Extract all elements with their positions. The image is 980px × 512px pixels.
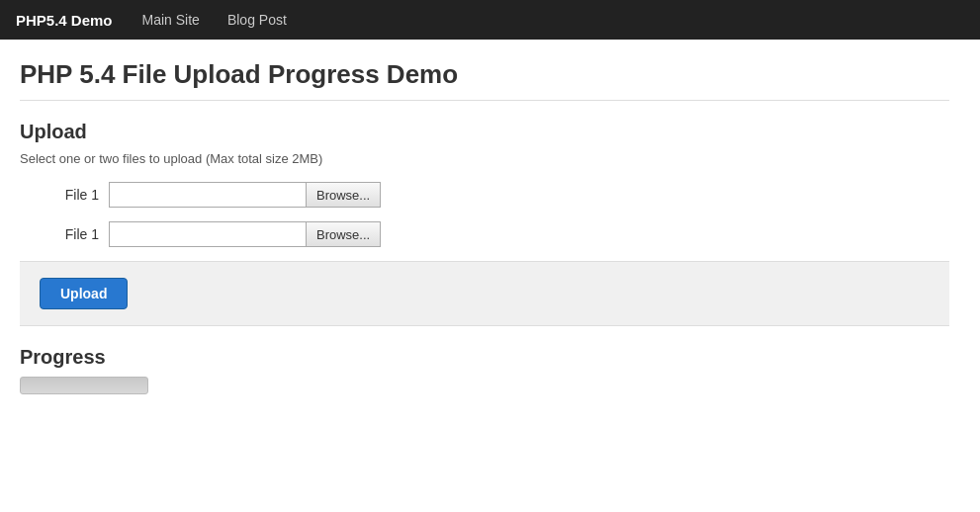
- progress-heading: Progress: [20, 346, 949, 369]
- file2-row: File 1 Browse...: [20, 221, 949, 247]
- file1-input-wrapper: Browse...: [109, 182, 381, 208]
- progress-section: Progress: [20, 346, 949, 394]
- progress-bar-container: [20, 377, 148, 394]
- file2-label: File 1: [40, 226, 99, 242]
- main-content: PHP 5.4 File Upload Progress Demo Upload…: [0, 40, 969, 414]
- browse2-button[interactable]: Browse...: [307, 221, 381, 247]
- nav-brand: PHP5.4 Demo: [0, 0, 129, 40]
- page-title: PHP 5.4 File Upload Progress Demo: [20, 59, 949, 101]
- nav-link-main-site[interactable]: Main Site: [129, 0, 214, 40]
- file1-label: File 1: [40, 187, 99, 203]
- upload-button[interactable]: Upload: [40, 278, 128, 309]
- file2-text-input[interactable]: [109, 221, 307, 247]
- upload-description: Select one or two files to upload (Max t…: [20, 151, 949, 166]
- file1-text-input[interactable]: [109, 182, 307, 208]
- file1-row: File 1 Browse...: [20, 182, 949, 208]
- upload-section: Upload Select one or two files to upload…: [20, 121, 949, 326]
- action-bar: Upload: [20, 261, 949, 326]
- file2-input-wrapper: Browse...: [109, 221, 381, 247]
- browse1-button[interactable]: Browse...: [307, 182, 381, 208]
- nav-link-blog-post[interactable]: Blog Post: [214, 0, 301, 40]
- upload-heading: Upload: [20, 121, 949, 143]
- navbar: PHP5.4 Demo Main Site Blog Post: [0, 0, 980, 40]
